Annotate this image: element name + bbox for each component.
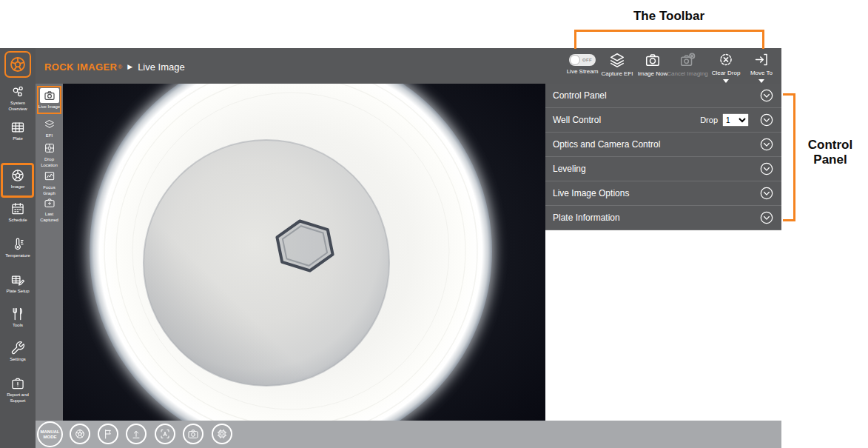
last-captured-icon: [40, 195, 59, 210]
chevron-down-icon[interactable]: [723, 79, 729, 83]
rock-imager-screen: The Toolbar Control Panel ROCK IMAGER® ▶…: [0, 0, 868, 448]
autofocus-button[interactable]: [155, 424, 175, 444]
accordion-leveling[interactable]: Leveling: [545, 157, 781, 181]
tools-icon: [10, 307, 25, 321]
toolbar-live-stream[interactable]: OFF Live Stream: [563, 52, 602, 83]
drop-select[interactable]: 1: [722, 113, 749, 127]
system-overview-icon: [10, 84, 25, 99]
tab-efi[interactable]: EFI: [36, 117, 63, 139]
sidebar-item-temperature[interactable]: Temperature: [0, 237, 36, 259]
toolbar-label: Live Stream: [567, 68, 599, 75]
toggle-knob: [570, 55, 580, 65]
sidebar-item-tools[interactable]: Tools: [0, 307, 36, 329]
live-image-icon: [40, 88, 59, 103]
sidebar-item-plate-setup[interactable]: Plate Setup: [0, 273, 36, 295]
flag-button[interactable]: [98, 424, 118, 444]
layers-icon: [609, 52, 625, 68]
tab-drop-location[interactable]: Drop Location: [36, 141, 63, 169]
plate-setup-icon: [10, 273, 25, 287]
bottom-toolbar: [36, 421, 781, 448]
report-support-icon: [10, 376, 25, 391]
sidebar-item-plate[interactable]: Plate: [0, 120, 36, 142]
toolbar-label: Clear Drop: [712, 70, 741, 76]
sidebar-item-imager[interactable]: Imager: [0, 168, 36, 190]
toolbar-capture-efi[interactable]: Capture EFI: [598, 52, 636, 83]
registered-mark: ®: [118, 64, 122, 70]
lift-icon: [130, 428, 142, 440]
chip-icon: [216, 428, 228, 440]
camera-icon: [645, 52, 661, 68]
breadcrumb-arrow-icon: ▶: [127, 63, 132, 70]
camera-cancel-icon: [679, 52, 696, 68]
tab-last-captured[interactable]: Last Captured: [36, 195, 63, 224]
drop-location-icon: [40, 141, 59, 156]
aperture-icon: [74, 428, 86, 440]
app-title: ROCK IMAGER: [44, 61, 117, 73]
chevron-down-circle-icon[interactable]: [759, 113, 774, 127]
tab-live-image[interactable]: Live Image: [36, 88, 63, 110]
toolbar-label: Image Now: [638, 70, 667, 77]
accordion-control-panel[interactable]: Control Panel: [545, 84, 781, 108]
camera-icon: [187, 428, 199, 440]
chevron-down-circle-icon[interactable]: [759, 161, 774, 176]
page-title: Live Image: [138, 61, 185, 73]
chip-button[interactable]: [212, 424, 232, 444]
chevron-down-circle-icon[interactable]: [759, 137, 774, 152]
chevron-down-icon[interactable]: [758, 79, 764, 83]
temperature-icon: [10, 237, 25, 252]
toolbar-move-to[interactable]: Move To: [743, 52, 780, 83]
chevron-down-circle-icon[interactable]: [759, 88, 774, 103]
accordion-plate-information[interactable]: Plate Information: [545, 206, 781, 230]
lift-button[interactable]: [126, 424, 147, 444]
toggle-off-icon[interactable]: OFF: [569, 54, 596, 66]
accordion-well-control[interactable]: Well Control Drop 1: [545, 108, 781, 133]
move-to-icon: [753, 52, 770, 67]
focus-graph-icon: [40, 169, 59, 184]
imager-icon: [10, 168, 25, 183]
sidebar-item-settings[interactable]: Settings: [0, 341, 36, 363]
breadcrumb: ROCK IMAGER® ▶ Live Image: [44, 60, 185, 73]
flag-icon: [102, 428, 114, 440]
aperture-button[interactable]: [70, 424, 90, 444]
toolbar-cancel-imaging[interactable]: Cancel Imaging: [666, 52, 709, 83]
toolbar-clear-drop[interactable]: Clear Drop: [707, 52, 744, 83]
plate-icon: [10, 120, 25, 135]
settings-wrench-icon: [10, 341, 25, 355]
chevron-down-circle-icon[interactable]: [759, 186, 774, 201]
manual-mode-button[interactable]: MANUAL MODE: [37, 421, 63, 447]
schedule-icon: [10, 201, 25, 216]
toggle-state-label: OFF: [582, 58, 592, 62]
drop-label: Drop: [700, 116, 718, 124]
toolbar-label: Cancel Imaging: [667, 70, 708, 77]
camera-button[interactable]: [183, 424, 203, 444]
annotation-control-panel-label: Control Panel: [802, 138, 858, 168]
sidebar-item-schedule[interactable]: Schedule: [0, 201, 36, 224]
sidebar-item-report-and-support[interactable]: Report and Support: [0, 376, 36, 404]
aperture-logo-icon: [9, 56, 27, 73]
annotation-toolbar-label: The Toolbar: [624, 9, 714, 24]
tab-focus-graph[interactable]: Focus Graph: [36, 169, 63, 197]
sidebar-item-system-overview[interactable]: System Overview: [0, 84, 36, 113]
toolbar-label: Move To: [750, 70, 773, 76]
app-logo[interactable]: [4, 51, 31, 78]
accordion-optics-camera-control[interactable]: Optics and Camera Control: [545, 133, 781, 157]
toolbar-label: Capture EFI: [601, 70, 633, 77]
accordion-live-image-options[interactable]: Live Image Options: [545, 181, 781, 206]
clear-drop-icon: [718, 52, 734, 67]
efi-layers-icon: [40, 117, 59, 132]
chevron-down-circle-icon[interactable]: [759, 210, 774, 225]
annotation-toolbar-bracket: [574, 30, 764, 49]
live-image-viewport[interactable]: [63, 84, 545, 421]
annotation-control-panel-bracket: [783, 93, 795, 221]
microscopy-well-image: [63, 84, 545, 421]
autofocus-icon: [159, 428, 171, 440]
